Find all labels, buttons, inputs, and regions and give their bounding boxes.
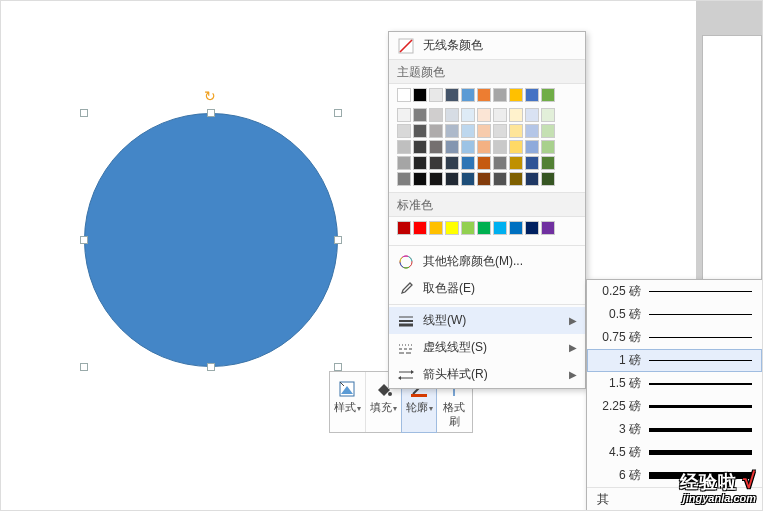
color-swatch[interactable]	[429, 124, 443, 138]
color-swatch[interactable]	[397, 124, 411, 138]
line-weight-option[interactable]: 4.5 磅	[587, 441, 762, 464]
color-swatch[interactable]	[477, 88, 491, 102]
color-swatch[interactable]	[509, 140, 523, 154]
color-swatch[interactable]	[525, 108, 539, 122]
color-swatch[interactable]	[493, 172, 507, 186]
color-swatch[interactable]	[493, 221, 507, 235]
color-swatch[interactable]	[525, 221, 539, 235]
color-swatch[interactable]	[429, 140, 443, 154]
line-weight-option[interactable]: 1.5 磅	[587, 372, 762, 395]
color-swatch[interactable]	[445, 140, 459, 154]
color-swatch[interactable]	[477, 140, 491, 154]
color-swatch[interactable]	[413, 88, 427, 102]
line-weight-option[interactable]: 1 磅	[587, 349, 762, 372]
color-swatch[interactable]	[445, 124, 459, 138]
line-style-item[interactable]: 线型(W) ▶	[389, 307, 585, 334]
line-weight-option[interactable]: 0.75 磅	[587, 326, 762, 349]
color-swatch[interactable]	[445, 156, 459, 170]
resize-handle-mr[interactable]	[334, 236, 342, 244]
color-swatch[interactable]	[397, 172, 411, 186]
color-swatch[interactable]	[477, 124, 491, 138]
rotate-handle[interactable]: ↻	[204, 89, 218, 103]
color-swatch[interactable]	[429, 88, 443, 102]
color-swatch[interactable]	[445, 221, 459, 235]
color-swatch[interactable]	[477, 221, 491, 235]
color-swatch[interactable]	[509, 88, 523, 102]
color-swatch[interactable]	[413, 172, 427, 186]
color-swatch[interactable]	[493, 88, 507, 102]
color-swatch[interactable]	[493, 108, 507, 122]
line-weight-option[interactable]: 3 磅	[587, 418, 762, 441]
color-swatch[interactable]	[493, 124, 507, 138]
color-swatch[interactable]	[541, 88, 555, 102]
color-swatch[interactable]	[429, 172, 443, 186]
color-swatch[interactable]	[509, 156, 523, 170]
resize-handle-br[interactable]	[334, 363, 342, 371]
color-swatch[interactable]	[397, 156, 411, 170]
color-swatch[interactable]	[541, 108, 555, 122]
color-swatch[interactable]	[445, 88, 459, 102]
color-swatch[interactable]	[445, 108, 459, 122]
color-swatch[interactable]	[525, 140, 539, 154]
color-swatch[interactable]	[461, 124, 475, 138]
color-swatch[interactable]	[461, 221, 475, 235]
color-swatch[interactable]	[413, 108, 427, 122]
color-swatch[interactable]	[509, 124, 523, 138]
line-style-label: 线型(W)	[423, 312, 466, 329]
color-swatch[interactable]	[509, 221, 523, 235]
color-swatch[interactable]	[525, 156, 539, 170]
color-swatch[interactable]	[493, 156, 507, 170]
color-swatch[interactable]	[525, 172, 539, 186]
color-swatch[interactable]	[541, 156, 555, 170]
color-swatch[interactable]	[477, 108, 491, 122]
style-button[interactable]: 样式▾	[330, 372, 366, 432]
resize-handle-bm[interactable]	[207, 363, 215, 371]
color-swatch[interactable]	[461, 172, 475, 186]
resize-handle-tl[interactable]	[80, 109, 88, 117]
color-swatch[interactable]	[429, 108, 443, 122]
line-weight-option[interactable]: 0.25 磅	[587, 280, 762, 303]
shape-circle[interactable]	[84, 113, 338, 367]
color-swatch[interactable]	[509, 108, 523, 122]
dash-style-item[interactable]: 虚线线型(S) ▶	[389, 334, 585, 361]
no-line-icon	[397, 38, 415, 54]
color-swatch[interactable]	[509, 172, 523, 186]
color-swatch[interactable]	[541, 221, 555, 235]
color-swatch[interactable]	[461, 140, 475, 154]
color-swatch[interactable]	[477, 156, 491, 170]
resize-handle-tm[interactable]	[207, 109, 215, 117]
more-outline-colors-item[interactable]: 其他轮廓颜色(M)...	[389, 248, 585, 275]
line-weight-option[interactable]: 0.5 磅	[587, 303, 762, 326]
color-swatch[interactable]	[461, 156, 475, 170]
resize-handle-tr[interactable]	[334, 109, 342, 117]
resize-handle-ml[interactable]	[80, 236, 88, 244]
color-swatch[interactable]	[541, 140, 555, 154]
color-swatch[interactable]	[541, 124, 555, 138]
eyedropper-item[interactable]: 取色器(E)	[389, 275, 585, 302]
color-swatch[interactable]	[413, 156, 427, 170]
color-swatch[interactable]	[461, 88, 475, 102]
svg-rect-2	[411, 394, 427, 397]
color-swatch[interactable]	[541, 172, 555, 186]
color-swatch[interactable]	[413, 140, 427, 154]
color-swatch[interactable]	[525, 88, 539, 102]
color-swatch[interactable]	[413, 124, 427, 138]
no-line-color-item[interactable]: 无线条颜色	[389, 32, 585, 59]
resize-handle-bl[interactable]	[80, 363, 88, 371]
color-swatch[interactable]	[461, 108, 475, 122]
arrow-style-item[interactable]: 箭头样式(R) ▶	[389, 361, 585, 388]
line-weight-option[interactable]: 2.25 磅	[587, 395, 762, 418]
color-swatch[interactable]	[429, 156, 443, 170]
color-swatch[interactable]	[413, 221, 427, 235]
color-swatch[interactable]	[397, 221, 411, 235]
shape-selection[interactable]: ↻	[84, 113, 338, 367]
color-swatch[interactable]	[397, 88, 411, 102]
color-swatch[interactable]	[429, 221, 443, 235]
color-swatch[interactable]	[397, 140, 411, 154]
color-swatch[interactable]	[493, 140, 507, 154]
line-weight-icon	[397, 313, 415, 329]
color-swatch[interactable]	[445, 172, 459, 186]
color-swatch[interactable]	[397, 108, 411, 122]
color-swatch[interactable]	[525, 124, 539, 138]
color-swatch[interactable]	[477, 172, 491, 186]
